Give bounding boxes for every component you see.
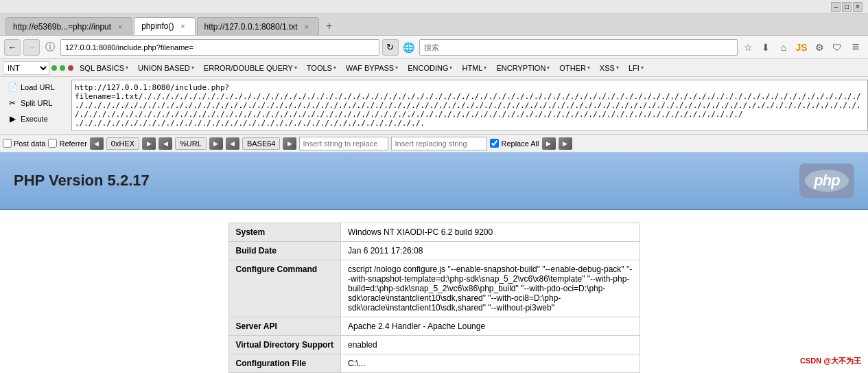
indicator-3 [68, 65, 73, 71]
minimize-button[interactable]: – [831, 2, 841, 12]
url-left-arrow[interactable]: ◀ [159, 137, 172, 150]
table-key: Server API [228, 317, 340, 336]
php-logo: php [799, 163, 854, 198]
hex-encode-button[interactable]: 0xHEX [106, 137, 139, 150]
search-input[interactable] [419, 39, 738, 56]
encryption-menu[interactable]: ENCRYPTION ▾ [492, 63, 554, 74]
new-tab-button[interactable]: + [320, 17, 338, 35]
tab-2-close[interactable]: × [178, 21, 188, 31]
html-label: HTML [462, 64, 482, 72]
js-icon[interactable]: JS [794, 40, 809, 55]
html-arrow: ▾ [484, 65, 486, 71]
insert-string-input[interactable] [299, 137, 388, 150]
split-url-button[interactable]: ✂ Split URL [3, 95, 71, 111]
referrer-checkbox-label[interactable]: Referrer [48, 139, 86, 148]
php-header: PHP Version 5.2.17 php [0, 152, 868, 210]
table-row: Configuration FileC:\... [228, 354, 640, 373]
php-version-title: PHP Version 5.2.17 [14, 172, 150, 190]
tools-arrow: ▾ [333, 65, 336, 71]
address-input[interactable] [60, 39, 379, 56]
post-data-label: Post data [14, 139, 45, 148]
url-section: 📄 Load URL ✂ Split URL ▶ Execute http://… [0, 77, 868, 135]
url-encode-label: %URL [180, 139, 202, 148]
load-url-button[interactable]: 📄 Load URL [3, 80, 71, 95]
error-query-menu[interactable]: ERROR/DOUBLE QUERY ▾ [200, 63, 301, 74]
execute-button[interactable]: ▶ Execute [3, 111, 71, 126]
error-query-label: ERROR/DOUBLE QUERY [204, 64, 293, 72]
base64-encode-button[interactable]: BASE64 [242, 137, 281, 150]
post-data-checkbox-label[interactable]: Post data [3, 139, 45, 148]
replace-right-arrow-2[interactable]: ▶ [559, 137, 572, 150]
download-icon[interactable]: ⬇ [758, 40, 773, 55]
replace-right-arrow-1[interactable]: ▶ [542, 137, 556, 150]
secure-icon: ⓘ [43, 40, 58, 55]
sql-basics-menu[interactable]: SQL BASICS ▾ [75, 63, 132, 74]
tab-1-close[interactable]: × [115, 22, 125, 32]
tab-1[interactable]: http://e5369b...=php://input × [5, 17, 132, 35]
bookmark-icon[interactable]: ☆ [740, 40, 755, 55]
xss-menu[interactable]: XSS ▾ [596, 63, 623, 74]
base64-right-arrow[interactable]: ▶ [283, 137, 296, 150]
close-button[interactable]: × [853, 2, 863, 12]
html-menu[interactable]: HTML ▾ [458, 63, 491, 74]
home-icon[interactable]: ⌂ [776, 40, 791, 55]
referrer-label: Referrer [59, 139, 86, 148]
post-data-checkbox[interactable] [3, 139, 12, 148]
indicator-1 [51, 65, 57, 71]
encoding-arrow: ▾ [449, 65, 452, 71]
table-value: cscript /nologo configure.js "--enable-s… [340, 260, 640, 317]
tab-bar: http://e5369b...=php://input × phpinfo()… [0, 14, 868, 36]
tools-label: TOOLS [307, 64, 332, 72]
replace-all-checkbox[interactable] [490, 139, 499, 148]
back-button[interactable]: ← [4, 39, 21, 56]
base64-left-arrow[interactable]: ◀ [226, 137, 239, 150]
referrer-checkbox[interactable] [48, 139, 57, 148]
xss-label: XSS [600, 64, 615, 72]
tab-1-label: http://e5369b...=php://input [13, 22, 111, 32]
maximize-button[interactable]: □ [842, 2, 852, 12]
replace-all-checkbox-label[interactable]: Replace All [490, 139, 539, 148]
table-value: enabled [340, 336, 640, 354]
main-toolbar: INT STRING SQL BASICS ▾ UNION BASED ▾ ER… [0, 59, 868, 77]
replace-all-label: Replace All [501, 139, 539, 148]
lfi-menu[interactable]: LFI ▾ [624, 63, 648, 74]
waf-bypass-menu[interactable]: WAF BYPASS ▾ [342, 63, 402, 74]
encoding-menu[interactable]: ENCODING ▾ [403, 63, 456, 74]
table-key: Build Date [228, 242, 340, 260]
table-value: Windows NT XIAODI-PC 6.2 build 9200 [340, 223, 640, 242]
php-info-table: SystemWindows NT XIAODI-PC 6.2 build 920… [228, 223, 640, 373]
table-key: Virtual Directory Support [228, 336, 340, 354]
error-query-arrow: ▾ [294, 65, 297, 71]
hex-right-arrow[interactable]: ▶ [142, 137, 156, 150]
hex-left-arrow[interactable]: ◀ [90, 137, 104, 150]
other-menu[interactable]: OTHER ▾ [555, 63, 594, 74]
table-row: Virtual Directory Supportenabled [228, 336, 640, 354]
table-value: Apache 2.4 Handler - Apache Lounge [340, 317, 640, 336]
xss-arrow: ▾ [616, 65, 619, 71]
url-encode-button[interactable]: %URL [175, 137, 207, 150]
refresh-button[interactable]: ↻ [382, 39, 399, 56]
table-row: Build DateJan 6 2011 17:26:08 [228, 242, 640, 260]
table-key: Configuration File [228, 354, 340, 373]
url-right-arrow[interactable]: ▶ [209, 137, 223, 150]
union-based-label: UNION BASED [138, 64, 190, 72]
shield-icon[interactable]: 🛡 [830, 40, 845, 55]
table-value: Jan 6 2011 17:26:08 [340, 242, 640, 260]
encoding-label: ENCODING [408, 64, 448, 72]
url-textarea-wrapper: http://127.0.0.1:8080/include.php?filena… [71, 80, 868, 131]
tab-3-close[interactable]: × [302, 22, 312, 32]
forward-button[interactable]: → [23, 39, 40, 56]
execute-label: Execute [21, 115, 48, 123]
union-based-menu[interactable]: UNION BASED ▾ [134, 63, 198, 74]
tab-2[interactable]: phpinfo() × [134, 17, 195, 35]
menu-button[interactable]: ≡ [847, 39, 864, 56]
address-bar: ← → ⓘ ↻ 🌐 ☆ ⬇ ⌂ JS ⚙ 🛡 ≡ [0, 36, 868, 59]
title-bar: – □ × [0, 0, 868, 14]
lfi-arrow: ▾ [641, 65, 644, 71]
tab-3[interactable]: http://127.0.0.1:8080/1.txt × [197, 17, 319, 35]
settings-icon[interactable]: ⚙ [812, 40, 827, 55]
type-select[interactable]: INT STRING [3, 61, 49, 75]
url-textarea[interactable]: http://127.0.0.1:8080/include.php?filena… [72, 80, 867, 128]
tools-menu[interactable]: TOOLS ▾ [303, 63, 340, 74]
insert-replacing-input[interactable] [391, 137, 487, 150]
